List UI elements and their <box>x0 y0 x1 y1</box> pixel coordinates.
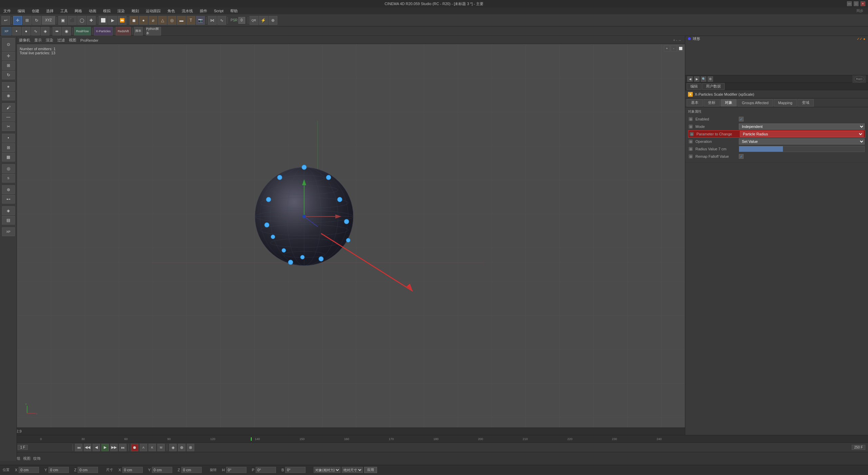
props-left-arrow[interactable]: ◀ <box>687 76 693 82</box>
maximize-button[interactable]: □ <box>854 1 859 6</box>
mod-tab-falloff[interactable]: 变域 <box>797 99 814 107</box>
select-all-tool[interactable]: ▣ <box>58 16 67 25</box>
xp-skinner[interactable]: ◉ <box>62 27 71 36</box>
rot-b-value[interactable]: 0° <box>285 467 305 473</box>
apply-coord-button[interactable]: 应用 <box>364 467 377 473</box>
prop-select-param-change[interactable]: Particle Radius Particle Mass Particle S… <box>740 131 864 137</box>
viewport-canvas[interactable]: Number of emitters: 1 Total live particl… <box>17 44 685 428</box>
viewport-maximize[interactable]: ⬜ <box>677 45 684 52</box>
magnet-tool[interactable]: ⊛ <box>2 185 15 194</box>
auto-key[interactable]: A <box>140 444 147 451</box>
play-back[interactable]: ◀ <box>93 444 100 451</box>
xparticles-btn[interactable]: X-Particles <box>94 27 113 36</box>
rot-p-value[interactable]: 0° <box>256 467 276 473</box>
scene-item-sphere[interactable]: 球形 ✓✓ ● <box>685 35 868 42</box>
track-label-functions[interactable]: 纹饰 <box>33 456 41 461</box>
add-tool[interactable]: ✚ <box>87 16 96 25</box>
prop-select-mode[interactable]: Independent Linked <box>739 124 865 130</box>
coord-mode-select[interactable]: 对象(相对力) 世界坐标 <box>314 467 340 473</box>
xp-shader[interactable]: ◈ <box>41 27 50 36</box>
xp-tool1[interactable]: XP <box>1 27 12 36</box>
xp-modifier[interactable]: ∿ <box>31 27 40 36</box>
edge-mode[interactable]: ⊞ <box>2 143 15 152</box>
vp-filter[interactable]: 过滤 <box>57 38 65 43</box>
cylinder-tool[interactable]: ⌀ <box>149 16 157 25</box>
material-editor[interactable]: ◈ <box>2 206 15 215</box>
props-gear[interactable]: ⚙ <box>708 76 713 82</box>
undo-button[interactable]: ↩ <box>1 16 10 25</box>
menu-motion-track[interactable]: 运动跟踪 <box>144 8 162 14</box>
track-label-view[interactable]: 视图 <box>23 456 31 461</box>
python-btn[interactable]: Python脚本 <box>146 27 161 36</box>
mod-tab-mapping[interactable]: Mapping <box>774 99 797 107</box>
size-x-value[interactable]: 0 cm <box>122 467 143 473</box>
playhead[interactable] <box>251 437 252 441</box>
xp-emitter[interactable]: ● <box>22 27 31 36</box>
vp-camera[interactable]: 摄像机 <box>19 38 30 43</box>
rotate-tool-left[interactable]: ↻ <box>2 71 15 79</box>
prop-checkbox-enabled[interactable]: ✓ <box>739 117 744 121</box>
menu-plugins[interactable]: 插件 <box>198 8 209 14</box>
render-all[interactable]: ⏩ <box>118 16 126 25</box>
mod-tab-object[interactable]: 对象 <box>721 99 737 107</box>
move-tool[interactable]: ✛ <box>13 16 22 25</box>
menu-pipeline[interactable]: 流水线 <box>180 8 194 14</box>
xyz-tool[interactable]: XYZ <box>42 16 55 25</box>
menu-render[interactable]: 渲染 <box>116 8 126 14</box>
rot-h-value[interactable]: 0° <box>226 467 246 473</box>
menu-sculpt[interactable]: 雕刻 <box>130 8 140 14</box>
rotate-tool[interactable]: ↻ <box>32 16 41 25</box>
menu-file[interactable]: 文件 <box>2 8 12 14</box>
menu-animate[interactable]: 动画 <box>87 8 98 14</box>
render-view[interactable]: ▶ <box>108 16 117 25</box>
attr-tab-user[interactable]: 用户数据 <box>702 83 725 90</box>
sphere-object[interactable] <box>250 162 358 271</box>
camera-tool[interactable]: 📷 <box>196 16 205 25</box>
poly-mode[interactable]: ▦ <box>2 153 15 162</box>
menu-character[interactable]: 角色 <box>166 8 176 14</box>
scene-vis-sphere[interactable]: ✓✓ ● <box>857 37 865 41</box>
timeline-extra2[interactable]: ⊕ <box>178 444 185 451</box>
step-forward[interactable]: ▶▶ <box>110 444 118 451</box>
move-tool-left[interactable]: ✛ <box>2 52 15 60</box>
menu-script[interactable]: Script <box>213 9 225 13</box>
edge-tool[interactable]: — <box>2 113 15 121</box>
select-tool[interactable]: ⬛ <box>68 16 77 25</box>
key-sel[interactable]: K <box>149 444 156 451</box>
menu-simulate[interactable]: 模拟 <box>102 8 112 14</box>
menu-select[interactable]: 选择 <box>45 8 55 14</box>
size-mode-select[interactable]: 绝对尺寸 相对尺寸 <box>342 467 363 473</box>
menu-help[interactable]: 帮助 <box>229 8 239 14</box>
script-btn[interactable]: 脚本 <box>134 27 143 36</box>
texture-tool[interactable]: ▤ <box>2 216 15 225</box>
viewport-solo[interactable]: ◈ <box>2 82 15 91</box>
menu-tools[interactable]: 工具 <box>59 8 69 14</box>
xp-trail[interactable]: ⬌ <box>53 27 61 36</box>
xp-particles[interactable]: ✦ <box>12 27 21 36</box>
plane-tool[interactable]: ▬ <box>177 16 186 25</box>
cone-tool[interactable]: △ <box>158 16 167 25</box>
pos-z-value[interactable]: 0 cm <box>78 467 98 473</box>
timeline-extra1[interactable]: ◈ <box>169 444 177 451</box>
menu-create[interactable]: 创建 <box>31 8 41 14</box>
keyframe-input[interactable]: 1 F <box>18 445 28 450</box>
props-right-arrow[interactable]: ▶ <box>694 76 699 82</box>
symmetry-tool[interactable]: ⊷ <box>2 195 15 204</box>
pos-y-value[interactable]: 0 cm <box>48 467 69 473</box>
paint-tool[interactable]: 🖌 <box>2 103 15 112</box>
extra-left1[interactable]: XP <box>2 227 15 236</box>
mod-tab-groups[interactable]: Groups Affected <box>737 99 773 107</box>
vp-view[interactable]: 视图 <box>69 38 76 43</box>
viewport[interactable]: 摄像机 显示 渲染 过滤 视图 ProRender + - ↔ <box>17 37 685 428</box>
vp-display[interactable]: 显示 <box>34 38 42 43</box>
realflow-btn[interactable]: RealFlow <box>74 27 91 36</box>
extra-tool1[interactable]: ⚡ <box>259 16 268 25</box>
qr-tool[interactable]: QR <box>250 16 258 25</box>
prop-slider-radius[interactable] <box>739 146 865 152</box>
scene-mode[interactable]: S <box>2 174 15 183</box>
record-btn[interactable]: ⏺ <box>131 444 138 451</box>
live-selection-tool[interactable]: ⊙ <box>2 38 15 51</box>
play-forward[interactable]: ▶ <box>101 444 109 451</box>
nurbs-tool[interactable]: ∿ <box>217 16 226 25</box>
text-tool[interactable]: T <box>186 16 195 25</box>
